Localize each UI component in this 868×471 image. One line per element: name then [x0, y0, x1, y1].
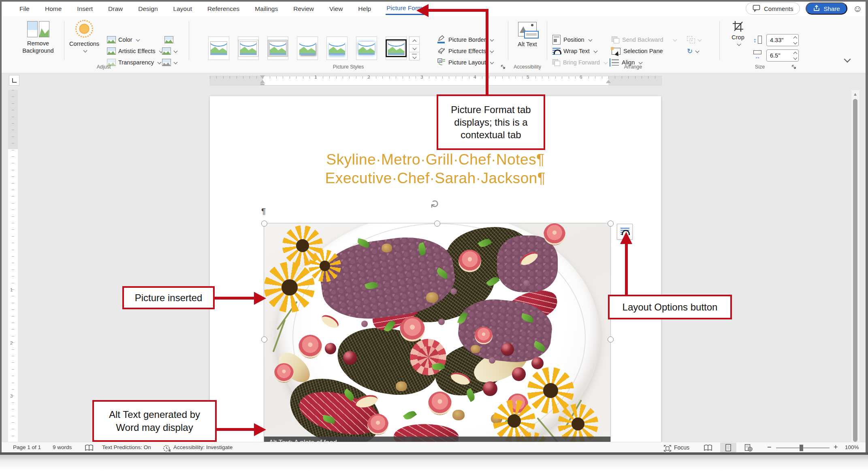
tab-mailings[interactable]: Mailings [254, 4, 279, 14]
corrections-label: Corrections [68, 41, 100, 47]
picture-border-label: Picture Border [448, 36, 486, 43]
sun-icon [78, 23, 90, 35]
page-indicator[interactable]: Page 1 of 1 [13, 444, 41, 450]
callout-arrow-line [625, 242, 628, 295]
gallery-more-button[interactable] [409, 52, 420, 60]
picture-style-thumbnail-5[interactable] [326, 36, 348, 60]
picture-style-thumbnail-4[interactable] [297, 36, 318, 60]
word-count[interactable]: 9 words [53, 444, 72, 450]
picture-style-thumbnail-2[interactable] [238, 36, 259, 60]
shape-height-input[interactable] [769, 35, 790, 45]
vertical-scrollbar[interactable]: ▲ [851, 90, 859, 442]
proofing-icon[interactable] [85, 445, 94, 452]
tab-help[interactable]: Help [357, 4, 372, 14]
right-indent-marker[interactable] [606, 80, 611, 83]
color-button[interactable]: Color [107, 35, 139, 45]
gallery-scroll-up-button[interactable] [409, 36, 420, 45]
callout-arrowhead [254, 292, 266, 305]
spinner-down-icon[interactable] [793, 56, 798, 60]
zoom-out-button[interactable]: − [767, 443, 772, 452]
change-picture-icon [162, 47, 171, 55]
status-bar: Page 1 of 1 9 words Text Predictions: On… [2, 442, 866, 454]
zoom-slider-thumb[interactable] [800, 445, 803, 451]
web-layout-button[interactable] [740, 443, 757, 453]
spinner-up-icon[interactable] [793, 36, 798, 41]
tab-view[interactable]: View [328, 4, 343, 14]
wrap-text-button[interactable]: Wrap Text [552, 46, 597, 56]
ruler-number: 1 [10, 287, 13, 292]
share-button[interactable]: Share [806, 2, 847, 15]
feedback-smiley-icon[interactable]: ☺ [853, 2, 862, 15]
crop-button[interactable]: Crop [725, 19, 751, 61]
tab-insert[interactable]: Insert [76, 4, 94, 14]
callout-arrowhead [254, 423, 266, 436]
picture-style-thumbnail-1[interactable] [208, 36, 229, 60]
alt-text-label: Alt Text [517, 41, 537, 48]
tab-home[interactable]: Home [44, 4, 62, 14]
remove-background-button[interactable]: Remove Background [19, 19, 58, 61]
tab-draw[interactable]: Draw [107, 4, 124, 14]
comments-button[interactable]: Comments [746, 2, 800, 15]
selection-pane-button[interactable]: Selection Pane [612, 46, 663, 56]
zoom-slider[interactable] [776, 447, 830, 448]
artistic-effects-button[interactable]: Artistic Effects [107, 46, 162, 56]
chevron-down-icon [490, 60, 494, 64]
left-indent-marker[interactable] [260, 83, 264, 85]
selection-handle-middle-left[interactable] [261, 336, 267, 343]
spinner-up-icon[interactable] [793, 52, 798, 56]
read-mode-button[interactable] [700, 443, 716, 453]
change-picture-button[interactable] [162, 46, 177, 56]
tab-design[interactable]: Design [137, 4, 158, 14]
collapse-ribbon-chevron-icon[interactable] [844, 56, 851, 63]
selection-handle-top-center[interactable] [434, 221, 440, 227]
picture-styles-group-label: Picture Styles [189, 64, 508, 70]
tab-references[interactable]: References [207, 4, 240, 14]
first-line-indent-marker[interactable] [260, 75, 265, 79]
document-title-line1[interactable]: Skyline·Metro·Grill·Chef·Notes¶ [210, 151, 661, 168]
picture-style-thumbnail-6[interactable] [356, 36, 377, 60]
focus-button[interactable]: Focus [674, 444, 689, 451]
tab-file[interactable]: File [19, 4, 30, 14]
shape-height-field[interactable] [766, 34, 799, 46]
picture-style-thumbnail-7[interactable] [386, 36, 407, 60]
picture-effects-label: Picture Effects [448, 48, 486, 54]
accessibility-status[interactable]: Accessibility: Investigate [173, 444, 232, 450]
zoom-percentage[interactable]: 100% [845, 444, 859, 450]
chevron-down-icon [412, 55, 416, 59]
window-border-right [866, 0, 868, 455]
hanging-indent-marker[interactable] [260, 80, 265, 83]
compress-pictures-button[interactable] [164, 35, 173, 45]
document-page[interactable]: Skyline·Metro·Grill·Chef·Notes¶ Executiv… [210, 96, 661, 442]
position-button[interactable]: Position [552, 35, 592, 45]
zoom-in-button[interactable]: + [834, 443, 838, 452]
tab-stop-selector[interactable] [9, 75, 19, 86]
print-layout-button[interactable] [720, 443, 736, 453]
tab-review[interactable]: Review [292, 4, 315, 14]
horizontal-ruler[interactable]: 1 2 3 4 5 6 [2, 73, 866, 88]
picture-style-thumbnail-3[interactable] [267, 36, 288, 60]
picture-border-button[interactable]: Picture Border [437, 35, 493, 45]
selection-handle-top-left[interactable] [261, 221, 267, 227]
size-dialog-launcher[interactable] [791, 64, 797, 70]
text-predictions-status[interactable]: Text Predictions: On [102, 444, 151, 450]
scrollbar-thumb[interactable] [853, 99, 857, 442]
alt-text-button[interactable]: Alt Text [510, 19, 544, 61]
spinner-down-icon[interactable] [793, 41, 798, 45]
selection-handle-middle-right[interactable] [608, 336, 614, 343]
gallery-scroll-down-button[interactable] [409, 44, 420, 53]
selection-handle-top-right[interactable] [608, 221, 614, 227]
vertical-ruler[interactable]: 1 2 3 4 5 [8, 90, 18, 442]
rotate-handle-icon[interactable]: ↻ [429, 199, 441, 209]
shape-width-field[interactable] [766, 49, 799, 62]
document-title-line2[interactable]: Executive·Chef·Sarah·Jackson¶ [210, 170, 661, 187]
chevron-down-icon [695, 49, 700, 53]
picture-styles-dialog-launcher[interactable] [501, 64, 506, 70]
picture-effects-button[interactable]: Picture Effects [437, 46, 493, 56]
shape-width-input[interactable] [769, 50, 790, 61]
inserted-picture[interactable]: Alt Text: A plate of food [264, 223, 610, 442]
scroll-up-icon[interactable]: ▲ [853, 92, 857, 96]
chevron-down-icon [136, 37, 140, 41]
corrections-button[interactable]: Corrections [68, 19, 100, 61]
rotate-objects-button[interactable]: ↻ [687, 46, 699, 56]
tab-layout[interactable]: Layout [173, 4, 193, 14]
